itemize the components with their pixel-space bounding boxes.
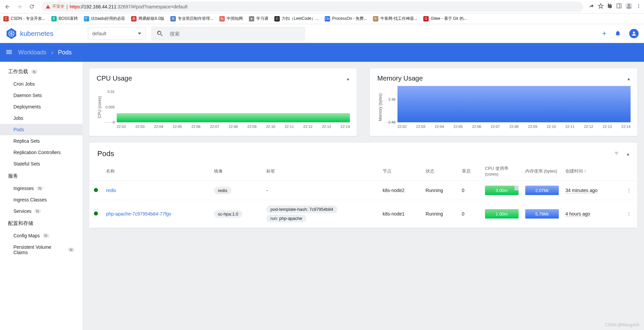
bookmark-item[interactable]: OnProcessOn - 免费... [325, 16, 367, 21]
collapse-icon[interactable]: ▴ [628, 76, 630, 81]
col-header[interactable]: 节点 [379, 161, 422, 181]
sidebar-item[interactable]: Ingress Classes [0, 194, 83, 205]
more-icon[interactable] [636, 3, 641, 10]
namespace-select[interactable]: default [88, 27, 146, 40]
bookmark-item[interactable]: BBOSS直聘 [51, 16, 78, 21]
notifications-icon[interactable] [614, 30, 621, 38]
col-header[interactable] [89, 161, 103, 181]
logo[interactable]: kubernetes [5, 28, 88, 40]
bookmarks-bar: CCSDN - 专业开发...BBOSS直聘🔍比baidu好用的必应易网易邮箱6… [0, 13, 644, 24]
col-header[interactable] [620, 161, 637, 181]
url-bar[interactable]: 不安全 | https://192.168.44.211:32697/#/pod… [42, 2, 583, 12]
user-avatar[interactable] [629, 29, 639, 38]
col-header[interactable]: 创建时间 ↑ [562, 161, 620, 181]
col-header[interactable]: 状态 [422, 161, 459, 181]
col-header[interactable]: 重启 [459, 161, 482, 181]
sidebar-item[interactable]: Deployments [0, 101, 83, 112]
share-icon[interactable] [589, 3, 594, 10]
menu-icon[interactable] [5, 48, 13, 57]
row-menu[interactable]: ⋮ [620, 200, 637, 228]
sidebar-item[interactable]: Pods [0, 124, 83, 135]
warning-icon [46, 4, 50, 9]
svg-point-3 [628, 4, 630, 6]
bookmark-icon: 🔍 [84, 16, 89, 21]
forward-button[interactable] [15, 2, 24, 11]
chart-area [397, 86, 631, 122]
bookmark-item[interactable]: GGitee - 基于 Git 的... [423, 16, 467, 21]
sidebar-item[interactable]: Replication Controllers [0, 147, 83, 158]
pod-link[interactable]: php-apache-7c97954b84-77fgv [106, 211, 171, 217]
bookmark-item[interactable]: 🔍比baidu好用的必应 [84, 16, 125, 21]
row-menu[interactable]: ⋮ [620, 181, 637, 200]
status-dot [94, 211, 98, 216]
sidebar-item[interactable]: Jobs [0, 112, 83, 124]
bookmark-item[interactable]: 知中国知网 [219, 16, 243, 21]
toolbar: Workloads › Pods [0, 43, 644, 62]
bookmark-icon: 牛 [373, 16, 378, 21]
col-header[interactable]: 名称 [103, 161, 211, 181]
window-controls-icon[interactable] [616, 3, 622, 10]
pods-card: Pods ▴ 名称镜像标签节点状态重启CPU 使用率 (cores)内存使用 (… [89, 143, 637, 228]
logo-text: kubernetes [20, 30, 53, 38]
cpu-bar: 3.00m [485, 186, 519, 195]
sidebar-item[interactable]: Config Maps N [0, 230, 83, 241]
bookmark-icon: C [3, 16, 9, 21]
insecure-label: 不安全 [52, 4, 64, 9]
watermark: CSDN @Wangsh® [605, 323, 639, 327]
pod-link[interactable]: redis [106, 188, 116, 193]
reload-button[interactable] [27, 2, 36, 11]
sidebar-item[interactable]: Daemon Sets [0, 90, 83, 101]
search-input[interactable] [170, 31, 300, 37]
filter-icon[interactable] [613, 151, 620, 157]
sidebar-item[interactable]: Replica Sets [0, 135, 83, 147]
back-button[interactable] [3, 2, 12, 11]
sidebar-item[interactable]: Ingresses N [0, 183, 83, 194]
bookmark-icon: ● [249, 16, 254, 21]
bookmark-icon: Ⓒ [274, 16, 280, 21]
bookmark-item[interactable]: Ⓒ力扣（LeetCode）... [274, 16, 319, 21]
content: CPU Usage▴ CPU (cores) 00.0050.01 22:022… [83, 62, 644, 330]
crumb-workloads[interactable]: Workloads [18, 49, 47, 56]
browser-nav: 不安全 | https://192.168.44.211:32697/#/pod… [0, 0, 644, 13]
sidebar-heading[interactable]: 配置和存储 [0, 217, 83, 230]
svg-rect-0 [617, 4, 621, 8]
bookmark-item[interactable]: CCSDN - 专业开发... [3, 16, 45, 21]
sidebar-item[interactable]: Stateful Sets [0, 158, 83, 170]
star-icon[interactable] [598, 3, 604, 10]
bookmark-icon: G [423, 16, 429, 21]
table-row: php-apache-7c97954b84-77fgv sc-hpa:1.0 p… [89, 200, 637, 228]
mem-bar: 5.79Mi [525, 209, 559, 219]
profile-icon[interactable] [625, 2, 633, 11]
bookmark-item[interactable]: 牛牛客网-找工作神器... [373, 16, 417, 21]
app-header: kubernetes default + [0, 24, 644, 43]
collapse-icon[interactable]: ▴ [627, 151, 629, 157]
bookmark-icon: On [325, 16, 330, 21]
col-header[interactable]: 内存使用 (bytes) [522, 161, 562, 181]
image-pill: sc-hpa:1.0 [214, 210, 243, 218]
table-row: redis redis - k8s-node2 Running 0 3.00m … [89, 181, 637, 200]
bookmark-item[interactable]: 易网易邮箱6.0版 [131, 16, 164, 21]
chevron-right-icon: › [51, 49, 53, 56]
col-header[interactable]: 镜像 [211, 161, 263, 181]
sidebar-item[interactable]: Services N [0, 205, 83, 217]
chart-card: Memory Usage▴ Memory (bytes) 0 Mi5 Mi 22… [370, 68, 637, 136]
mem-bar: 2.07Mi [525, 186, 559, 195]
bookmark-item[interactable]: 英专业简历制作管理... [170, 16, 213, 21]
create-button[interactable]: + [602, 29, 606, 38]
breadcrumb: Workloads › Pods [18, 49, 72, 56]
sidebar-heading[interactable]: 服务 [0, 170, 83, 183]
collapse-icon[interactable]: ▴ [347, 76, 349, 81]
url-text: https://192.168.44.211:32697/#/pod?names… [70, 4, 187, 9]
extensions-icon[interactable] [607, 3, 613, 10]
bookmark-item[interactable]: ●学习通 [249, 16, 268, 21]
col-header[interactable]: 标签 [263, 161, 379, 181]
pods-table: 名称镜像标签节点状态重启CPU 使用率 (cores)内存使用 (bytes)创… [89, 161, 637, 228]
search-bar[interactable] [151, 27, 305, 41]
svg-point-6 [638, 7, 639, 8]
sidebar-item[interactable]: Cron Jobs [0, 78, 83, 90]
sidebar-item[interactable]: Persistent Volume Claims N [0, 241, 83, 258]
chevron-down-icon [138, 33, 141, 35]
bookmark-icon: 英 [170, 16, 176, 21]
col-header[interactable]: CPU 使用率 (cores) [482, 161, 522, 181]
sidebar-heading[interactable]: 工作负载 N [0, 65, 83, 78]
